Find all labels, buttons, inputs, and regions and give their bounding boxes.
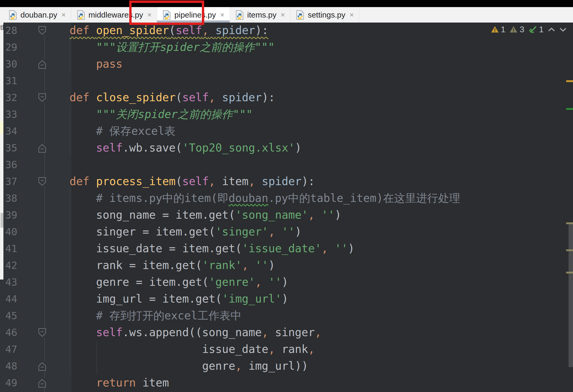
code-line-41[interactable]: 41issue_date = item.get('issue_date', ''… (0, 240, 564, 257)
project-panel-scrollbar-thumb[interactable] (1, 213, 3, 228)
token-t: issue_date (202, 343, 268, 356)
token-o: , (235, 359, 242, 372)
fold-collapse-icon[interactable] (38, 26, 47, 36)
token-o: , (268, 225, 275, 238)
code-text: """设置打开spider之前的操作""" (63, 39, 275, 56)
token-t (89, 175, 96, 188)
code-line-38[interactable]: 38# items.py中的item(即douban.py中的table_ite… (0, 190, 564, 207)
close-icon[interactable]: × (281, 11, 285, 19)
code-line-40[interactable]: 40singer = item.get('singer', '') (0, 223, 564, 240)
token-t: ( (169, 24, 176, 37)
line-number[interactable]: 48 (0, 358, 17, 374)
line-number[interactable]: 47 (0, 341, 17, 358)
stripe-mark[interactable] (566, 222, 573, 224)
code-line-33[interactable]: 33"""关闭spider之前的操作""" (0, 106, 564, 123)
fold-toggle[interactable] (38, 26, 47, 36)
fold-toggle[interactable] (38, 59, 47, 69)
line-number[interactable]: 49 (0, 374, 17, 391)
code-line-28[interactable]: 28def open_spider(self, spider): (0, 23, 564, 39)
fold-collapse-icon[interactable] (38, 143, 47, 153)
token-o: , (308, 208, 315, 221)
close-icon[interactable]: × (147, 11, 152, 19)
code-line-37[interactable]: 37def process_item(self, item, spider): (0, 173, 564, 190)
fold-toggle[interactable] (38, 93, 47, 103)
code-line-32[interactable]: 32def close_spider(self, spider): (0, 89, 564, 106)
typos-group[interactable]: 1 (528, 25, 544, 34)
code-text: return item (63, 374, 169, 391)
chevron-up-icon[interactable] (548, 27, 555, 32)
fold-collapse-icon[interactable] (38, 328, 47, 338)
weak-warnings-group[interactable]: 3 (510, 25, 524, 34)
code-line-49[interactable]: 49return item (0, 374, 564, 391)
chevron-down-icon[interactable] (559, 27, 567, 32)
stripe-mark[interactable] (566, 249, 573, 251)
fold-collapse-icon[interactable] (38, 93, 47, 103)
token-t: genre = item.get( (96, 276, 209, 288)
fold-collapse-icon[interactable] (38, 59, 47, 69)
code-line-43[interactable]: 43genre = item.get('genre', '') (0, 274, 564, 291)
warning-icon (491, 26, 499, 33)
token-s: 'genre' (209, 276, 255, 288)
inspections-widget[interactable]: 1 3 1 (491, 25, 567, 34)
fold-toggle[interactable] (38, 378, 47, 388)
tab-douban-py[interactable]: douban.py× (3, 7, 71, 23)
tab-label: douban.py (20, 10, 57, 19)
token-s: '' (321, 208, 335, 221)
line-number[interactable]: 46 (0, 324, 17, 341)
code-line-36[interactable]: 36 (0, 156, 564, 173)
line-number[interactable]: 45 (0, 307, 17, 324)
tab-label: items.py (247, 10, 277, 19)
warnings-group[interactable]: 1 (491, 25, 506, 34)
code-line-30[interactable]: 30pass (0, 56, 564, 72)
tab-middlewares-py[interactable]: middlewares.py× (71, 7, 157, 23)
fold-collapse-icon[interactable] (38, 177, 47, 187)
editor-scrollbar-thumb[interactable] (569, 223, 573, 367)
token-kw: pass (96, 57, 122, 70)
stripe-mark[interactable] (566, 80, 573, 82)
fold-toggle[interactable] (38, 361, 47, 371)
token-ctypo: douban (229, 192, 268, 205)
code-text: rank = item.get('rank', '') (63, 257, 275, 274)
code-line-31[interactable]: 31 (0, 72, 564, 89)
code-line-39[interactable]: 39song_name = item.get('song_name', '') (0, 207, 564, 223)
code-editor[interactable]: 28def open_spider(self, spider):29"""设置打… (0, 23, 573, 392)
stripe-mark[interactable] (566, 108, 573, 110)
code-line-29[interactable]: 29"""设置打开spider之前的操作""" (0, 39, 564, 56)
project-panel-edge: th (0, 23, 3, 280)
fold-toggle[interactable] (38, 177, 47, 187)
token-self: self (182, 175, 209, 188)
line-number[interactable]: 44 (0, 291, 17, 307)
code-line-42[interactable]: 42rank = item.get('rank', '') (0, 257, 564, 274)
warning-count: 1 (501, 25, 506, 34)
fold-collapse-icon[interactable] (38, 361, 47, 371)
fold-toggle[interactable] (38, 328, 47, 338)
code-line-35[interactable]: 35self.wb.save('Top20_song.xlsx') (0, 139, 564, 156)
close-icon[interactable]: × (61, 11, 66, 19)
tab-items-py[interactable]: items.py× (230, 7, 290, 23)
token-t: genre (202, 359, 235, 372)
python-file-icon (77, 10, 85, 20)
fold-collapse-icon[interactable] (38, 378, 47, 388)
code-line-34[interactable]: 34# 保存excel表 (0, 123, 564, 139)
code-text: def process_item(self, item, spider): (63, 173, 315, 190)
token-t: ): (301, 175, 315, 188)
tab-label: middlewares.py (89, 10, 143, 19)
python-file-icon (235, 10, 244, 20)
stripe-mark[interactable] (566, 272, 573, 273)
code-line-47[interactable]: 47issue_date, rank, (0, 341, 564, 358)
close-icon[interactable]: × (220, 11, 224, 19)
token-c: # 存到打开的excel工作表中 (96, 309, 241, 322)
tab-pipelines-py[interactable]: pipelines.py× (157, 7, 230, 23)
fold-toggle[interactable] (38, 143, 47, 153)
code-text: def close_spider(self, spider): (63, 89, 275, 106)
code-line-44[interactable]: 44img_url = item.get('img_url') (0, 291, 564, 307)
code-line-48[interactable]: 48genre, img_url)) (0, 358, 564, 374)
code-line-45[interactable]: 45# 存到打开的excel工作表中 (0, 307, 564, 324)
typo-count: 1 (539, 25, 544, 34)
code-text: # 存到打开的excel工作表中 (63, 307, 241, 324)
code-text: img_url = item.get('img_url') (63, 291, 288, 307)
token-o: , (268, 343, 275, 356)
close-icon[interactable]: × (350, 11, 354, 19)
code-line-46[interactable]: 46self.ws.append((song_name, singer, (0, 324, 564, 341)
tab-settings-py[interactable]: settings.py× (290, 7, 359, 23)
